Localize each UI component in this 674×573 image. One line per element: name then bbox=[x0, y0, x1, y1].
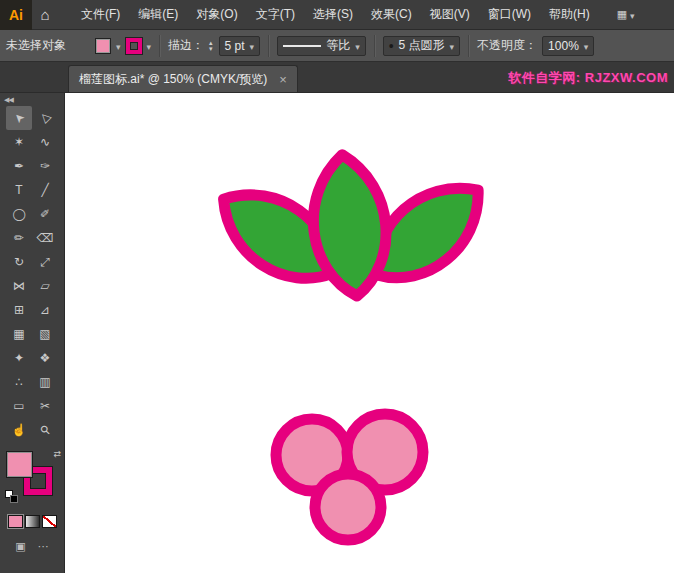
color-mode-buttons bbox=[8, 515, 57, 528]
magic-wand-tool[interactable]: ✶ bbox=[6, 130, 32, 154]
pencil-tool[interactable]: ✏ bbox=[6, 226, 32, 250]
stroke-color-swatch[interactable] bbox=[126, 38, 142, 54]
separator bbox=[468, 35, 469, 57]
hand-tool[interactable]: ☝ bbox=[6, 418, 32, 442]
fill-color-indicator[interactable] bbox=[6, 451, 33, 478]
document-title: 榴莲图标.ai* @ 150% (CMYK/预览) bbox=[79, 71, 267, 88]
paintbrush-tool[interactable]: ✐ bbox=[32, 202, 58, 226]
column-graph-tool[interactable]: ▥ bbox=[32, 370, 58, 394]
stroke-chevron-icon[interactable] bbox=[147, 39, 152, 53]
menu-items: 文件(F)编辑(E)对象(O)文字(T)选择(S)效果(C)视图(V)窗口(W)… bbox=[72, 0, 599, 29]
separator bbox=[159, 35, 160, 57]
rotate-tool[interactable]: ↻ bbox=[6, 250, 32, 274]
panel-collapse-button[interactable]: ◀◀ bbox=[0, 93, 64, 106]
chevron-down-icon bbox=[450, 39, 455, 53]
selection-status: 未选择对象 bbox=[6, 37, 90, 54]
stroke-line-preview bbox=[283, 45, 321, 47]
tools-panel: ◀◀ ➤▷✶∿✒✑T╱◯✐✏⌫↻⤢⋈▱⊞⊿▦▧✦❖∴▥▭✂☝⚲ ⇄ ▣⋯ bbox=[0, 93, 65, 573]
line-segment-tool[interactable]: ╱ bbox=[32, 178, 58, 202]
direct-selection-tool[interactable]: ▷ bbox=[32, 106, 58, 130]
shape-builder-tool[interactable]: ⊞ bbox=[6, 298, 32, 322]
width-profile-value: 等比 bbox=[326, 37, 350, 54]
pen-tool[interactable]: ✒ bbox=[6, 154, 32, 178]
fill-color-swatch[interactable] bbox=[95, 38, 111, 54]
chevron-down-icon bbox=[584, 39, 589, 53]
gradient-button[interactable] bbox=[25, 515, 40, 528]
brush-preview-icon: • bbox=[389, 41, 394, 51]
toolbar-bottom-icons: ▣⋯ bbox=[15, 540, 48, 553]
artwork-svg[interactable] bbox=[65, 93, 674, 573]
lasso-tool[interactable]: ∿ bbox=[32, 130, 58, 154]
perspective-grid-tool[interactable]: ⊿ bbox=[32, 298, 58, 322]
menu-item[interactable]: 视图(V) bbox=[421, 0, 479, 29]
eraser-tool[interactable]: ⌫ bbox=[32, 226, 58, 250]
curvature-tool[interactable]: ✑ bbox=[32, 154, 58, 178]
workspace-grid-icon: ▦ bbox=[617, 8, 627, 21]
chevron-down-icon bbox=[630, 9, 635, 21]
none-button[interactable] bbox=[42, 515, 57, 528]
more-options-icon[interactable]: ⋯ bbox=[38, 540, 49, 553]
menu-item[interactable]: 编辑(E) bbox=[129, 0, 187, 29]
menu-item[interactable]: 选择(S) bbox=[304, 0, 362, 29]
chevron-down-icon bbox=[250, 39, 255, 53]
canvas[interactable] bbox=[65, 93, 674, 573]
document-tab-bar: 榴莲图标.ai* @ 150% (CMYK/预览) × 软件自学网: RJZXW… bbox=[0, 62, 674, 93]
free-transform-tool[interactable]: ▱ bbox=[32, 274, 58, 298]
leaves-group bbox=[205, 151, 499, 300]
watermark: 软件自学网: RJZXW.COM bbox=[508, 69, 668, 87]
chevron-down-icon bbox=[355, 39, 360, 53]
scale-tool[interactable]: ⤢ bbox=[32, 250, 58, 274]
close-icon[interactable]: × bbox=[279, 73, 287, 86]
menu-item[interactable]: 对象(O) bbox=[187, 0, 246, 29]
artboard-tool[interactable]: ▭ bbox=[6, 394, 32, 418]
main-area: ◀◀ ➤▷✶∿✒✑T╱◯✐✏⌫↻⤢⋈▱⊞⊿▦▧✦❖∴▥▭✂☝⚲ ⇄ ▣⋯ bbox=[0, 93, 674, 573]
menu-item[interactable]: 窗口(W) bbox=[479, 0, 540, 29]
zoom-tool[interactable]: ⚲ bbox=[32, 418, 58, 442]
separator bbox=[268, 35, 269, 57]
stroke-weight-stepper[interactable]: ▴▾ bbox=[209, 40, 213, 52]
menu-item[interactable]: 效果(C) bbox=[362, 0, 421, 29]
stroke-weight-label: 描边： bbox=[168, 37, 204, 54]
workspace-switcher[interactable]: ▦ bbox=[617, 8, 635, 21]
type-tool[interactable]: T bbox=[6, 178, 32, 202]
menu-item[interactable]: 文件(F) bbox=[72, 0, 129, 29]
selection-tool[interactable]: ➤ bbox=[6, 106, 32, 130]
fill-chevron-icon[interactable] bbox=[116, 39, 121, 53]
opacity-field[interactable]: 100% bbox=[542, 36, 594, 56]
opacity-value: 100% bbox=[548, 39, 579, 53]
opacity-label: 不透明度： bbox=[477, 37, 537, 54]
berries-group bbox=[276, 414, 423, 540]
default-stroke-swatch bbox=[10, 495, 18, 503]
control-bar: 未选择对象 描边： ▴▾ 5 pt 等比 • 5 点圆形 不透明度： 100% bbox=[0, 30, 674, 62]
illustrator-app-icon[interactable]: Ai bbox=[0, 0, 32, 30]
separator bbox=[374, 35, 375, 57]
symbol-sprayer-tool[interactable]: ∴ bbox=[6, 370, 32, 394]
tool-grid: ➤▷✶∿✒✑T╱◯✐✏⌫↻⤢⋈▱⊞⊿▦▧✦❖∴▥▭✂☝⚲ bbox=[6, 106, 58, 442]
eyedropper-tool[interactable]: ✦ bbox=[6, 346, 32, 370]
stroke-weight-value: 5 pt bbox=[225, 39, 245, 53]
gradient-tool[interactable]: ▧ bbox=[32, 322, 58, 346]
home-icon[interactable]: ⌂ bbox=[32, 6, 58, 23]
mesh-tool[interactable]: ▦ bbox=[6, 322, 32, 346]
berry-bottom[interactable] bbox=[315, 474, 381, 540]
color-button[interactable] bbox=[8, 515, 23, 528]
ellipse-tool[interactable]: ◯ bbox=[6, 202, 32, 226]
blend-tool[interactable]: ❖ bbox=[32, 346, 58, 370]
stroke-weight-field[interactable]: 5 pt bbox=[219, 36, 261, 56]
menu-item[interactable]: 文字(T) bbox=[247, 0, 304, 29]
menu-item[interactable]: 帮助(H) bbox=[540, 0, 599, 29]
brush-definition-value: 5 点圆形 bbox=[399, 37, 445, 54]
default-fill-stroke-icon[interactable] bbox=[5, 490, 19, 504]
fill-stroke-widget: ⇄ bbox=[6, 451, 58, 499]
swap-fill-stroke-icon[interactable]: ⇄ bbox=[53, 449, 61, 459]
width-profile-dropdown[interactable]: 等比 bbox=[277, 36, 366, 56]
draw-mode-icon[interactable]: ▣ bbox=[15, 540, 25, 553]
menu-bar: Ai ⌂ 文件(F)编辑(E)对象(O)文字(T)选择(S)效果(C)视图(V)… bbox=[0, 0, 674, 30]
brush-definition-dropdown[interactable]: • 5 点圆形 bbox=[383, 36, 460, 56]
slice-tool[interactable]: ✂ bbox=[32, 394, 58, 418]
document-tab[interactable]: 榴莲图标.ai* @ 150% (CMYK/预览) × bbox=[68, 65, 298, 92]
width-tool[interactable]: ⋈ bbox=[6, 274, 32, 298]
